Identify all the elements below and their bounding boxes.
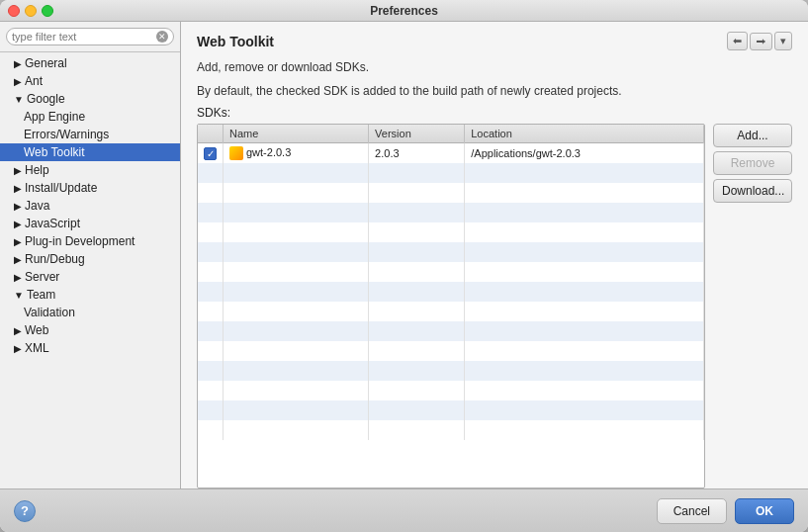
tree-arrow-icon: ▼ <box>14 290 24 301</box>
nav-menu-button[interactable]: ▾ <box>774 32 792 50</box>
sidebar-item-label: App Engine <box>24 110 85 124</box>
col-header-location: Location <box>465 125 704 143</box>
sidebar: ✕ ▶ General▶ Ant▼ GoogleApp EngineErrors… <box>0 22 181 488</box>
ok-button[interactable]: OK <box>735 498 794 524</box>
empty-cell <box>224 400 369 420</box>
sidebar-item-label: Web <box>25 323 48 337</box>
minimize-button[interactable] <box>25 5 37 17</box>
description-line1: Add, remove or download SDKs. <box>181 54 808 78</box>
tree-arrow-icon: ▶ <box>14 76 22 87</box>
description-line2: By default, the checked SDK is added to … <box>181 78 808 102</box>
table-row-empty <box>198 262 704 282</box>
maximize-button[interactable] <box>42 5 53 17</box>
empty-cell <box>465 262 704 282</box>
empty-cell <box>198 361 224 381</box>
table-row-empty <box>198 222 704 242</box>
table-row-empty <box>198 302 704 321</box>
empty-cell <box>369 381 465 400</box>
sidebar-item-label: Plug-in Development <box>25 234 135 248</box>
tree-arrow-icon: ▶ <box>14 165 22 176</box>
sidebar-item-label: JavaScript <box>25 217 80 230</box>
empty-cell <box>198 381 224 400</box>
sidebar-item-web[interactable]: ▶ Web <box>0 321 180 339</box>
table-row-empty <box>198 341 704 361</box>
empty-cell <box>465 183 704 203</box>
sidebar-item-team[interactable]: ▼ Team <box>0 286 180 304</box>
empty-cell <box>369 321 465 341</box>
empty-cell <box>224 262 369 282</box>
sdks-label: SDKs: <box>181 102 808 124</box>
empty-cell <box>369 183 465 203</box>
empty-cell <box>224 341 369 361</box>
sidebar-item-label: Validation <box>24 306 75 319</box>
empty-cell <box>465 302 704 321</box>
tree-navigation: ▶ General▶ Ant▼ GoogleApp EngineErrors/W… <box>0 52 180 488</box>
preferences-window: Preferences ✕ ▶ General▶ Ant▼ GoogleApp … <box>0 0 808 532</box>
empty-cell <box>369 341 465 361</box>
table-row-empty <box>198 203 704 222</box>
sidebar-item-xml[interactable]: ▶ XML <box>0 339 180 357</box>
titlebar: Preferences <box>0 0 808 22</box>
search-input-wrap[interactable]: ✕ <box>6 28 174 45</box>
table-area: Name Version Location ✓gwt-2.0.32.0.3/Ap… <box>181 124 808 488</box>
table-row-empty <box>198 282 704 302</box>
add-button[interactable]: Add... <box>713 124 792 147</box>
sidebar-item-javascript[interactable]: ▶ JavaScript <box>0 215 180 232</box>
sidebar-item-install-update[interactable]: ▶ Install/Update <box>0 179 180 197</box>
row-checkbox-cell[interactable]: ✓ <box>198 143 224 164</box>
empty-cell <box>224 242 369 262</box>
sidebar-item-run-debug[interactable]: ▶ Run/Debug <box>0 250 180 268</box>
empty-cell <box>369 262 465 282</box>
help-button[interactable]: ? <box>14 500 36 522</box>
cancel-button[interactable]: Cancel <box>657 498 727 524</box>
empty-cell <box>465 400 704 420</box>
sdk-data-table: Name Version Location ✓gwt-2.0.32.0.3/Ap… <box>198 125 704 440</box>
tree-arrow-icon: ▶ <box>14 254 22 265</box>
empty-cell <box>224 302 369 321</box>
tree-arrow-icon: ▶ <box>14 325 22 336</box>
table-header-row: Name Version Location <box>198 125 704 143</box>
empty-cell <box>224 183 369 203</box>
empty-cell <box>198 203 224 222</box>
empty-cell <box>198 163 224 183</box>
empty-cell <box>465 163 704 183</box>
row-name-cell: gwt-2.0.3 <box>224 143 369 164</box>
sidebar-item-app-engine[interactable]: App Engine <box>0 108 180 126</box>
table-row[interactable]: ✓gwt-2.0.32.0.3/Applications/gwt-2.0.3 <box>198 143 704 164</box>
sidebar-item-help[interactable]: ▶ Help <box>0 161 180 179</box>
empty-cell <box>198 302 224 321</box>
row-location-cell: /Applications/gwt-2.0.3 <box>465 143 704 164</box>
remove-button[interactable]: Remove <box>713 151 792 175</box>
sidebar-item-java[interactable]: ▶ Java <box>0 197 180 215</box>
side-buttons: Add... Remove Download... <box>713 124 792 488</box>
nav-forward-button[interactable]: ⮕ <box>750 33 772 50</box>
footer-left: ? <box>14 500 36 522</box>
sidebar-item-server[interactable]: ▶ Server <box>0 268 180 286</box>
sidebar-item-label: Install/Update <box>25 181 97 195</box>
sidebar-item-web-toolkit[interactable]: Web Toolkit <box>0 143 180 161</box>
sidebar-item-plugin-development[interactable]: ▶ Plug-in Development <box>0 232 180 250</box>
sdk-checkbox[interactable]: ✓ <box>204 147 217 160</box>
empty-cell <box>465 242 704 262</box>
sidebar-item-label: Web Toolkit <box>24 145 85 159</box>
download-button[interactable]: Download... <box>713 179 792 203</box>
tree-arrow-icon: ▼ <box>14 94 24 105</box>
sidebar-item-general[interactable]: ▶ General <box>0 54 180 72</box>
window-title: Preferences <box>370 4 438 18</box>
empty-cell <box>224 321 369 341</box>
main-title: Web Toolkit <box>197 34 274 49</box>
col-header-name: Name <box>224 125 369 143</box>
empty-cell <box>369 420 465 440</box>
sidebar-item-ant[interactable]: ▶ Ant <box>0 72 180 90</box>
search-clear-icon[interactable]: ✕ <box>156 31 168 43</box>
sidebar-item-errors-warnings[interactable]: Errors/Warnings <box>0 126 180 143</box>
close-button[interactable] <box>8 5 20 17</box>
empty-cell <box>369 222 465 242</box>
sidebar-item-label: Ant <box>25 74 43 88</box>
sidebar-item-google[interactable]: ▼ Google <box>0 90 180 108</box>
empty-cell <box>465 381 704 400</box>
search-input[interactable] <box>12 31 156 43</box>
sidebar-item-validation[interactable]: Validation <box>0 304 180 321</box>
nav-back-button[interactable]: ⬅ <box>727 32 748 50</box>
empty-cell <box>224 420 369 440</box>
